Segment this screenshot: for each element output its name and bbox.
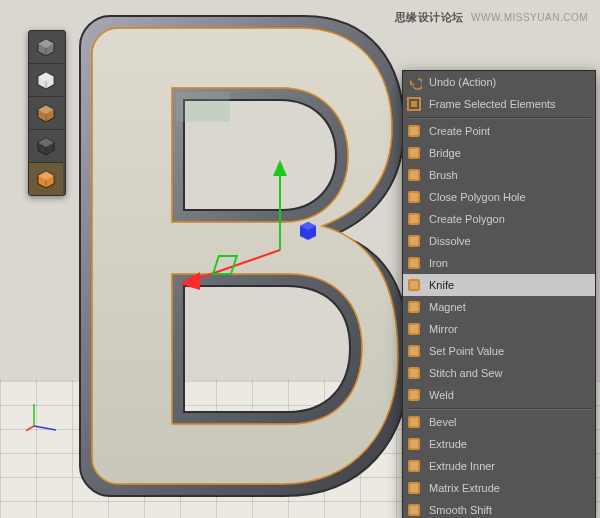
svg-rect-35 bbox=[410, 193, 418, 201]
bevel-icon bbox=[405, 413, 423, 431]
svg-rect-51 bbox=[410, 369, 418, 377]
menu-item-label: Mirror bbox=[429, 323, 458, 335]
iron-icon bbox=[405, 254, 423, 272]
toolbar-lit-cube[interactable] bbox=[29, 163, 63, 195]
menu-item-bevel[interactable]: Bevel bbox=[403, 411, 595, 433]
watermark-url: WWW.MISSYUAN.COM bbox=[471, 12, 588, 23]
menu-item-label: Iron bbox=[429, 257, 448, 269]
close-hole-icon bbox=[405, 188, 423, 206]
menu-item-iron[interactable]: Iron bbox=[403, 252, 595, 274]
svg-rect-29 bbox=[410, 127, 418, 135]
menu-separator bbox=[403, 115, 595, 120]
brush-icon bbox=[405, 166, 423, 184]
toolbar-flat-cube[interactable] bbox=[29, 97, 63, 130]
watermark-cn: 思缘设计论坛 bbox=[395, 11, 464, 23]
svg-line-3 bbox=[194, 250, 280, 280]
menu-item-knife[interactable]: Knife bbox=[403, 274, 595, 296]
menu-item-label: Close Polygon Hole bbox=[429, 191, 526, 203]
create-poly-icon bbox=[405, 210, 423, 228]
display-mode-toolbar[interactable] bbox=[28, 30, 66, 196]
menu-item-label: Extrude Inner bbox=[429, 460, 495, 472]
menu-item-magnet[interactable]: Magnet bbox=[403, 296, 595, 318]
menu-separator bbox=[403, 406, 595, 411]
menu-item-label: Bevel bbox=[429, 416, 457, 428]
svg-rect-55 bbox=[410, 418, 418, 426]
svg-rect-41 bbox=[410, 259, 418, 267]
svg-rect-49 bbox=[410, 347, 418, 355]
svg-rect-53 bbox=[410, 391, 418, 399]
svg-line-9 bbox=[34, 426, 56, 430]
svg-marker-4 bbox=[180, 272, 200, 290]
menu-item-label: Create Polygon bbox=[429, 213, 505, 225]
menu-item-weld[interactable]: Weld bbox=[403, 384, 595, 406]
menu-item-undo[interactable]: Undo (Action) bbox=[403, 71, 595, 93]
point-icon bbox=[405, 122, 423, 140]
extrude-inner-icon bbox=[405, 457, 423, 475]
svg-rect-43 bbox=[410, 281, 418, 289]
menu-item-label: Stitch and Sew bbox=[429, 367, 502, 379]
menu-item-set-point[interactable]: Set Point Value bbox=[403, 340, 595, 362]
menu-item-mirror[interactable]: Mirror bbox=[403, 318, 595, 340]
svg-rect-63 bbox=[410, 506, 418, 514]
menu-item-label: Brush bbox=[429, 169, 458, 181]
menu-item-matrix-extrude[interactable]: Matrix Extrude bbox=[403, 477, 595, 499]
mirror-icon bbox=[405, 320, 423, 338]
menu-item-dissolve[interactable]: Dissolve bbox=[403, 230, 595, 252]
svg-rect-59 bbox=[410, 462, 418, 470]
watermark: 思缘设计论坛 WWW.MISSYUAN.COM bbox=[395, 10, 588, 25]
svg-rect-37 bbox=[410, 215, 418, 223]
svg-rect-61 bbox=[410, 484, 418, 492]
menu-item-label: Dissolve bbox=[429, 235, 471, 247]
dissolve-icon bbox=[405, 232, 423, 250]
menu-item-label: Extrude bbox=[429, 438, 467, 450]
svg-rect-47 bbox=[410, 325, 418, 333]
menu-item-bridge[interactable]: Bridge bbox=[403, 142, 595, 164]
menu-item-label: Frame Selected Elements bbox=[429, 98, 556, 110]
svg-rect-45 bbox=[410, 303, 418, 311]
set-point-icon bbox=[405, 342, 423, 360]
magnet-icon bbox=[405, 298, 423, 316]
svg-rect-27 bbox=[411, 101, 417, 107]
menu-item-point[interactable]: Create Point bbox=[403, 120, 595, 142]
matrix-extrude-icon bbox=[405, 479, 423, 497]
knife-icon bbox=[405, 276, 423, 294]
menu-item-close-hole[interactable]: Close Polygon Hole bbox=[403, 186, 595, 208]
toolbar-dark-cube[interactable] bbox=[29, 130, 63, 163]
menu-item-smooth-shift[interactable]: Smooth Shift bbox=[403, 499, 595, 518]
menu-item-brush[interactable]: Brush bbox=[403, 164, 595, 186]
transform-gizmo[interactable] bbox=[180, 160, 380, 350]
menu-item-create-poly[interactable]: Create Polygon bbox=[403, 208, 595, 230]
menu-item-frame[interactable]: Frame Selected Elements bbox=[403, 93, 595, 115]
weld-icon bbox=[405, 386, 423, 404]
svg-line-10 bbox=[26, 426, 34, 434]
undo-icon bbox=[405, 73, 423, 91]
menu-item-label: Weld bbox=[429, 389, 454, 401]
menu-item-stitch[interactable]: Stitch and Sew bbox=[403, 362, 595, 384]
menu-item-label: Magnet bbox=[429, 301, 466, 313]
menu-item-label: Set Point Value bbox=[429, 345, 504, 357]
extrude-icon bbox=[405, 435, 423, 453]
smooth-shift-icon bbox=[405, 501, 423, 518]
axis-indicator bbox=[26, 400, 60, 434]
svg-rect-33 bbox=[410, 171, 418, 179]
svg-rect-31 bbox=[410, 149, 418, 157]
menu-item-label: Bridge bbox=[429, 147, 461, 159]
menu-item-label: Undo (Action) bbox=[429, 76, 496, 88]
menu-item-extrude-inner[interactable]: Extrude Inner bbox=[403, 455, 595, 477]
menu-item-label: Create Point bbox=[429, 125, 490, 137]
frame-icon bbox=[405, 95, 423, 113]
stitch-icon bbox=[405, 364, 423, 382]
svg-rect-57 bbox=[410, 440, 418, 448]
svg-rect-39 bbox=[410, 237, 418, 245]
context-menu[interactable]: Undo (Action)Frame Selected ElementsCrea… bbox=[402, 70, 596, 518]
svg-rect-0 bbox=[176, 92, 230, 122]
bridge-icon bbox=[405, 144, 423, 162]
svg-marker-2 bbox=[273, 160, 287, 176]
menu-item-label: Knife bbox=[429, 279, 454, 291]
menu-item-label: Matrix Extrude bbox=[429, 482, 500, 494]
toolbar-dice-cube[interactable] bbox=[29, 64, 63, 97]
menu-item-label: Smooth Shift bbox=[429, 504, 492, 516]
menu-item-extrude[interactable]: Extrude bbox=[403, 433, 595, 455]
toolbar-shaded-cube[interactable] bbox=[29, 31, 63, 64]
